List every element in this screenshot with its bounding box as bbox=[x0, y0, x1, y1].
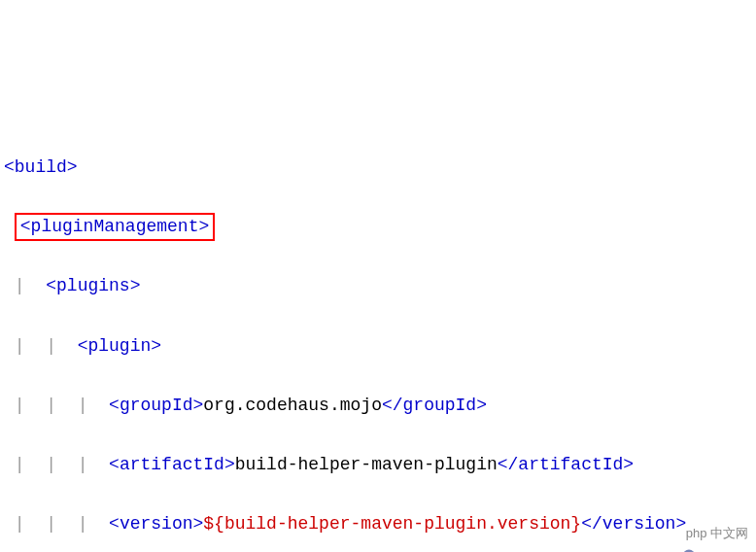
tag-pluginmanagement: <pluginManagement> bbox=[20, 217, 209, 236]
line-p1-artifactid: | | | <artifactId>build-helper-maven-plu… bbox=[4, 450, 752, 480]
tag-build: <build> bbox=[4, 157, 78, 177]
line-pluginmanagement: <pluginManagement> bbox=[4, 212, 752, 242]
watermark: php php 中文网 bbox=[669, 523, 748, 544]
line-p1-groupid: | | | <groupId>org.codehaus.mojo</groupI… bbox=[4, 391, 752, 421]
line-p1-version: | | | <version>${build-helper-maven-plug… bbox=[4, 509, 752, 539]
line-plugins: | <plugins> bbox=[4, 271, 752, 301]
highlight-pluginmanagement: <pluginManagement> bbox=[15, 213, 215, 241]
line-plugin1-open: | | <plugin> bbox=[4, 331, 752, 362]
p1-artifactid: build-helper-maven-plugin bbox=[235, 455, 498, 474]
line-build-open: <build> bbox=[4, 153, 752, 183]
php-logo-icon: php bbox=[669, 527, 682, 540]
watermark-text: php 中文网 bbox=[686, 523, 748, 544]
tag-plugin-open: <plugin> bbox=[78, 336, 161, 356]
p1-groupid: org.codehaus.mojo bbox=[203, 396, 382, 415]
code-block: <build> <pluginManagement> | <plugins> |… bbox=[4, 122, 752, 552]
tag-plugins: <plugins> bbox=[46, 276, 140, 295]
p1-version: ${build-helper-maven-plugin.version} bbox=[203, 514, 581, 534]
